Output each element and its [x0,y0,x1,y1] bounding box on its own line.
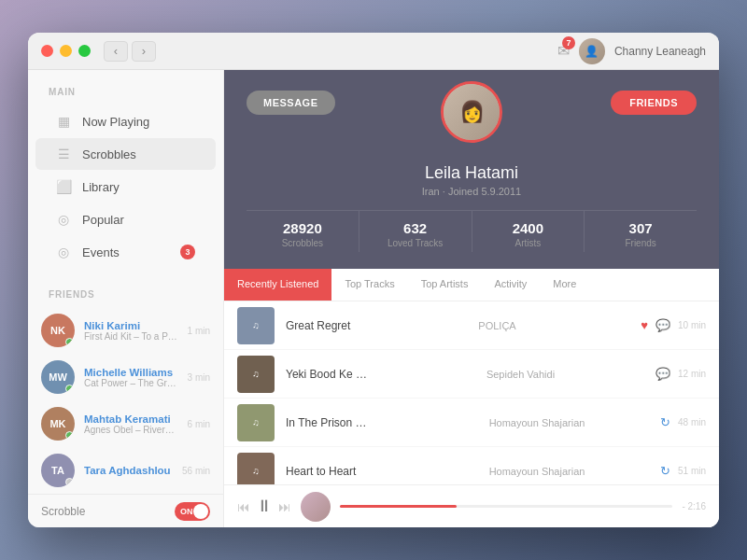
friend-status-dot-1 [65,385,74,393]
friend-status-dot-0 [65,338,74,346]
track-time-0: 10 min [678,320,706,330]
titlebar-right: ✉ 7 👤 Channy Leaneagh [557,38,706,64]
stat-item-0: 28920 Scrobbles [247,211,359,252]
track-title-0: Great Regret [286,319,467,332]
sidebar-main-label: MAIN [28,70,223,105]
sidebar-friends-list: NK Niki Karimi First Aid Kit – To a Poet… [28,307,223,494]
stat-label-1: Loved Tracks [363,238,468,248]
sidebar-icon-popular: ◎ [56,212,71,227]
sidebar-icon-now-playing: ▦ [56,114,71,129]
message-button[interactable]: MESSAGE [247,91,335,115]
sidebar: MAIN ▦ Now Playing ☰ Scrobbles ⬜ Library… [28,70,224,527]
track-row-1[interactable]: ♫ Yeki Bood Ke … Sepideh Vahidi 💬 12 min [224,350,719,399]
track-thumb-inner-2: ♫ [237,404,275,441]
friend-item-3[interactable]: TA Tara Aghdashlou 56 min [28,447,223,494]
friend-item-1[interactable]: MW Michelle Williams Cat Power – The Gre… [28,354,223,400]
player-bar: ⏮ ⏸ ⏭ - 2:16 [224,484,719,527]
stat-item-3: 307 Friends [584,211,697,252]
friend-item-0[interactable]: NK Niki Karimi First Aid Kit – To a Poet… [28,307,223,354]
sidebar-item-library[interactable]: ⬜ Library [35,171,216,203]
stats-row: 28920 Scrobbles 632 Loved Tracks 2400 Ar… [247,210,697,252]
tabs-row: Recently ListenedTop TracksTop ArtistsAc… [224,269,719,301]
track-thumb-1: ♫ [237,356,275,393]
toggle-on-label: ON [180,507,193,516]
sidebar-item-events[interactable]: ◎ Events 3 [35,236,216,268]
stat-item-2: 2400 Artists [472,211,585,252]
friend-time-2: 6 min [188,419,210,429]
back-button[interactable]: ‹ [104,41,128,62]
prev-button[interactable]: ⏮ [237,499,250,514]
friend-item-2[interactable]: MK Mahtab Keramati Agnes Obel – Riversid… [28,400,223,447]
track-row-0[interactable]: ♫ Great Regret POLIÇA ♥ 💬 10 min [224,301,719,350]
sidebar-icon-library: ⬜ [56,179,71,194]
sidebar-icon-scrobbles: ☰ [56,147,71,161]
stat-item-1: 632 Loved Tracks [359,211,472,252]
friend-track-0: First Aid Kit – To a Poet [84,331,178,342]
chat-icon-0[interactable]: 💬 [655,318,670,332]
toggle-knob [193,504,208,519]
right-panel: MESSAGE FRIENDS 👩 Leila Hatami Iran · Jo… [224,70,719,527]
maximize-button[interactable] [78,45,91,57]
profile-avatar: 👩 [441,81,502,143]
titlebar: ‹ › ✉ 7 👤 Channy Leaneagh [28,33,719,70]
tab-3[interactable]: Activity [481,269,540,301]
track-thumb-3: ♫ [237,453,275,485]
profile-header: MESSAGE FRIENDS 👩 Leila Hatami Iran · Jo… [224,70,719,269]
tab-2[interactable]: Top Artists [408,269,482,301]
friend-info-0: Niki Karimi First Aid Kit – To a Poet [84,320,178,342]
friends-button[interactable]: FRIENDS [611,91,697,115]
refresh-icon-3[interactable]: ↻ [660,464,670,478]
close-button[interactable] [41,45,53,57]
friend-avatar-3: TA [41,454,75,487]
track-artist-0: POLIÇA [478,320,629,331]
track-actions-1: 💬 12 min [655,367,706,381]
tab-1[interactable]: Top Tracks [331,269,407,301]
sidebar-item-scrobbles[interactable]: ☰ Scrobbles [35,138,216,170]
friend-avatar-0: NK [41,314,75,347]
sidebar-label-popular: Popular [82,213,124,227]
traffic-lights [41,45,91,57]
track-thumb-inner-3: ♫ [237,453,275,485]
track-title-1: Yeki Bood Ke … [286,368,475,381]
tab-0[interactable]: Recently Listened [224,269,331,301]
play-pause-button[interactable]: ⏸ [256,497,273,516]
track-row-2[interactable]: ♫ In The Prison … Homayoun Shajarian ↻ 4… [224,399,719,447]
player-avatar [301,492,331,522]
minimize-button[interactable] [60,45,72,57]
tab-4[interactable]: More [540,269,589,301]
friend-name-1: Michelle Williams [84,367,178,378]
track-artist-1: Sepideh Vahidi [486,369,644,380]
stat-label-2: Artists [476,238,581,248]
sidebar-label-library: Library [82,180,120,194]
friend-avatar-2: MK [41,407,75,441]
track-row-3[interactable]: ♫ Heart to Heart Homayoun Shajarian ↻ 51… [224,447,719,484]
refresh-icon-2[interactable]: ↻ [660,415,670,429]
sidebar-item-now-playing[interactable]: ▦ Now Playing [35,105,216,137]
next-button[interactable]: ⏭ [278,499,291,514]
scrobble-toggle[interactable]: ON [175,502,210,521]
heart-icon-0[interactable]: ♥ [641,318,648,332]
stat-num-0: 28920 [250,220,355,236]
sidebar-label-now-playing: Now Playing [82,115,149,129]
notification-count: 7 [562,36,575,49]
track-title-2: In The Prison … [286,416,478,429]
track-thumb-inner-0: ♫ [237,307,275,344]
notification-badge[interactable]: ✉ 7 [557,42,570,60]
forward-button[interactable]: › [132,41,156,62]
chat-icon-1[interactable]: 💬 [655,367,670,381]
friend-avatar-1: MW [41,360,75,394]
track-title-3: Heart to Heart [286,465,478,478]
friend-track-1: Cat Power – The Greatest [84,378,178,388]
track-time-3: 51 min [678,466,706,476]
friend-status-dot-3 [65,478,74,486]
track-thumb-0: ♫ [237,307,275,344]
sidebar-item-popular[interactable]: ◎ Popular [35,203,216,235]
scrobble-label: Scrobble [41,505,85,518]
avatar-inner: 👩 [444,84,500,140]
sidebar-label-events: Events [82,245,120,259]
friend-time-0: 1 min [188,326,210,336]
player-controls: ⏮ ⏸ ⏭ [237,497,291,516]
progress-bar[interactable] [340,505,672,508]
friend-name-2: Mahtab Keramati [84,413,178,425]
friend-info-2: Mahtab Keramati Agnes Obel – Riverside [84,413,178,435]
